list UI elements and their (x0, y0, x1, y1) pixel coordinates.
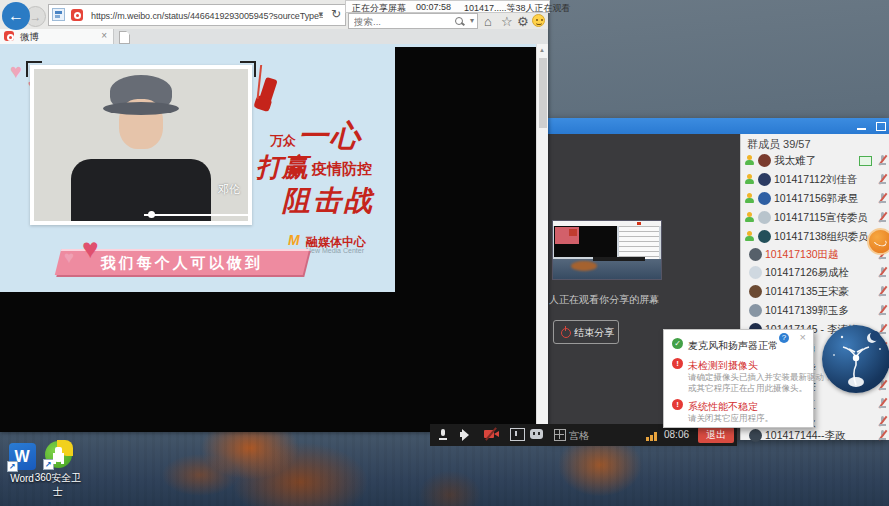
smiley-icon[interactable] (532, 14, 545, 27)
muted-mic-icon (878, 193, 887, 204)
mic-button[interactable] (438, 428, 448, 442)
search-icon[interactable] (455, 17, 463, 25)
warning-icon: ! (672, 358, 683, 369)
weibo-video-player[interactable]: ♥ ♥ M 邓伦 万众 一心 打赢 疫情防控 阻击战 (0, 47, 395, 292)
presence-icon (745, 193, 754, 203)
back-button[interactable]: ← (2, 2, 30, 30)
end-share-button[interactable]: 结束分享 (553, 320, 619, 344)
muted-mic-icon (878, 416, 887, 427)
presence-icon (745, 155, 754, 165)
power-icon (561, 328, 571, 338)
minimize-button[interactable] (856, 122, 870, 131)
close-icon[interactable]: × (800, 331, 806, 343)
tab-row: 微博 × (0, 29, 548, 44)
address-bar[interactable]: ▾ ↻ (48, 4, 346, 26)
weibo-favicon (4, 31, 14, 41)
media-center-logo-en: New Media Center (306, 247, 364, 254)
slogan-text: 阻击战 (282, 182, 375, 220)
search-box[interactable]: ▾ (348, 13, 478, 29)
warning-icon: ! (672, 399, 683, 410)
speaker-button[interactable] (460, 428, 472, 440)
grid-view-icon[interactable] (554, 429, 566, 441)
tab-close-icon[interactable]: × (101, 30, 107, 41)
muted-mic-icon (878, 212, 887, 223)
muted-mic-icon (878, 398, 887, 409)
slogan-text: 疫情防控 (312, 160, 372, 179)
muted-mic-icon (878, 267, 887, 278)
video-photo-frame: 邓伦 (30, 65, 252, 225)
share-status-text: 正在分享屏幕 (352, 2, 406, 15)
member-row[interactable]: 我太难了 (741, 152, 889, 169)
member-row[interactable]: 101417144--李政 (741, 427, 889, 440)
weibo-site-icon (71, 9, 83, 21)
settings-gear-icon[interactable]: ⚙ (517, 14, 529, 29)
member-row[interactable]: 101417156郭承昱 (741, 190, 889, 207)
progress-knob (148, 211, 155, 218)
refresh-icon[interactable]: ↻ (331, 7, 341, 21)
url-input[interactable] (89, 5, 325, 27)
address-dropdown-icon[interactable]: ▾ (318, 9, 323, 19)
thumb-wallpaper (553, 259, 661, 279)
performance-warning-title: 系统性能不稳定 (688, 400, 758, 414)
shortcut-arrow-icon: ↗ (7, 461, 18, 472)
member-row[interactable]: 101417115宣传委员 (741, 209, 889, 226)
camera-off-button[interactable] (484, 428, 500, 440)
shared-screen-thumbnail[interactable] (552, 220, 662, 280)
compatibility-view-icon[interactable] (52, 8, 65, 21)
progress-line (144, 214, 248, 216)
scrollbar-thumb[interactable] (539, 58, 547, 128)
person-hat-brim (103, 102, 179, 115)
maximize-button[interactable] (874, 122, 888, 131)
vertical-scrollbar[interactable]: ▲ ▼ (536, 44, 548, 432)
favorites-star-icon[interactable]: ☆ (501, 14, 513, 29)
avatar (758, 192, 771, 205)
presence-icon (745, 231, 754, 241)
heart-icon: ♥ (64, 249, 74, 266)
share-viewers-text: 101417.....等38人正在观看 (464, 2, 571, 15)
muted-mic-icon (878, 155, 887, 166)
grid-view-label[interactable]: 宫格 (569, 429, 589, 443)
member-row[interactable]: 101417135王宋豪 (741, 283, 889, 300)
heart-icon: ♥ (82, 235, 99, 263)
avatar (749, 304, 762, 317)
tab-weibo[interactable]: 微博 × (0, 29, 114, 44)
member-row[interactable]: 101417139郭玉多 (741, 302, 889, 319)
member-row[interactable]: 101417126易成栓 (741, 264, 889, 281)
meeting-timer: 08:06 (664, 429, 689, 440)
avatar (758, 173, 771, 186)
avatar (749, 285, 762, 298)
heart-icon: ♥ (10, 61, 22, 81)
share-status-bar: 正在分享屏幕 00:07:58 101417.....等38人正在观看 (345, 0, 550, 13)
share-timer: 00:07:58 (416, 2, 451, 12)
avatar (749, 248, 762, 261)
thumb-toolbar (593, 257, 645, 261)
avatar (749, 266, 762, 279)
meeting-titlebar[interactable] (548, 118, 889, 134)
floating-app-badge[interactable] (867, 228, 889, 255)
desktop-icon-360[interactable]: ↗ 360安全卫士 (30, 441, 86, 499)
360-shield-icon: ↗ (45, 441, 72, 468)
home-icon[interactable]: ⌂ (484, 14, 492, 29)
slogan-text: 打赢 (256, 150, 308, 185)
robot-button[interactable] (530, 429, 543, 439)
muted-mic-icon (878, 286, 887, 297)
search-dropdown-icon[interactable]: ▾ (470, 16, 474, 25)
mic-ok-text: 麦克风和扬声器正常 (688, 339, 778, 353)
exit-button[interactable]: 退出 (698, 427, 734, 443)
share-screen-button[interactable] (510, 428, 525, 441)
performance-warning-line1: 请关闭其它应用程序。 (688, 413, 773, 425)
scroll-up-icon[interactable]: ▲ (539, 47, 545, 53)
new-tab-button[interactable] (119, 31, 130, 44)
desktop-icon-label: 360安全卫士 (30, 471, 86, 499)
help-icon[interactable]: ? (779, 333, 789, 343)
member-row[interactable]: 101417112刘佳音 (741, 171, 889, 188)
search-input[interactable] (352, 14, 446, 29)
avatar (758, 154, 771, 167)
member-row[interactable]: 101417130田越 (741, 246, 889, 263)
camera-warning-title: 未检测到摄像头 (688, 359, 758, 373)
viewing-status-text: 人正在观看你分享的屏幕 (549, 293, 659, 307)
thumb-reflection (571, 261, 597, 271)
presence-icon (745, 174, 754, 184)
fist-icon (258, 77, 277, 105)
artist-name: 邓伦 (218, 182, 240, 197)
